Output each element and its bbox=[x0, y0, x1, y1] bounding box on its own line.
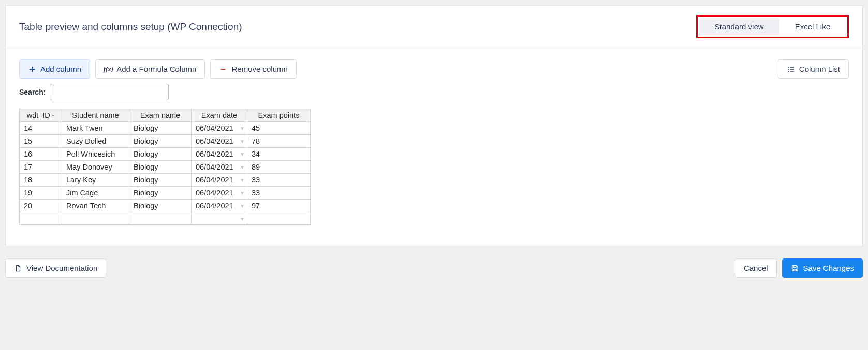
save-changes-label: Save Changes bbox=[803, 264, 854, 272]
cell-student[interactable]: May Donovey bbox=[62, 161, 129, 174]
cell-id[interactable]: 20 bbox=[20, 200, 62, 212]
view-toggle-group: Standard view Excel Like bbox=[696, 15, 849, 38]
save-changes-button[interactable]: Save Changes bbox=[782, 258, 863, 278]
column-list-label: Column List bbox=[799, 65, 840, 73]
toolbar: Add column f(x) Add a Formula Column Rem… bbox=[6, 48, 862, 84]
cell-exam[interactable]: Biology bbox=[129, 148, 192, 161]
preview-table: wdt_ID↑ Student name Exam name Exam date… bbox=[19, 109, 311, 225]
table-setup-panel: Table preview and columns setup (WP Conn… bbox=[5, 5, 863, 246]
cell-student[interactable]: Mark Twen bbox=[62, 122, 129, 135]
cell-date[interactable]: 06/04/2021▼ bbox=[192, 200, 247, 212]
table-row[interactable]: 20 Rovan Tech Biology 06/04/2021▼ 97 bbox=[20, 200, 311, 212]
cell-id[interactable]: 18 bbox=[20, 174, 62, 187]
table-wrap: wdt_ID↑ Student name Exam name Exam date… bbox=[6, 109, 862, 246]
dropdown-icon: ▼ bbox=[240, 151, 245, 157]
table-row[interactable]: 18 Lary Key Biology 06/04/2021▼ 33 bbox=[20, 174, 311, 187]
panel-title: Table preview and columns setup (WP Conn… bbox=[19, 21, 242, 33]
dropdown-icon: ▼ bbox=[240, 177, 245, 183]
cell-id[interactable]: 14 bbox=[20, 122, 62, 135]
cell-points[interactable]: 34 bbox=[247, 148, 311, 161]
cell-date[interactable]: 06/04/2021▼ bbox=[192, 161, 247, 174]
dropdown-icon: ▼ bbox=[240, 190, 245, 196]
panel-header: Table preview and columns setup (WP Conn… bbox=[6, 6, 862, 48]
sort-asc-icon: ↑ bbox=[52, 113, 55, 119]
search-label: Search: bbox=[19, 88, 46, 96]
cell-exam[interactable]: Biology bbox=[129, 161, 192, 174]
table-row[interactable]: 14 Mark Twen Biology 06/04/2021▼ 45 bbox=[20, 122, 311, 135]
dropdown-icon: ▼ bbox=[240, 216, 245, 221]
cell-exam[interactable]: Biology bbox=[129, 187, 192, 200]
excel-like-tab[interactable]: Excel Like bbox=[779, 18, 846, 35]
table-row[interactable]: 19 Jim Cage Biology 06/04/2021▼ 33 bbox=[20, 187, 311, 200]
cancel-button[interactable]: Cancel bbox=[735, 258, 777, 278]
cell-id[interactable]: 15 bbox=[20, 135, 62, 148]
view-documentation-label: View Documentation bbox=[26, 264, 97, 272]
add-column-button[interactable]: Add column bbox=[19, 59, 90, 79]
formula-icon: f(x) bbox=[104, 65, 112, 73]
cell-student[interactable]: Rovan Tech bbox=[62, 200, 129, 212]
cell-student[interactable]: Poll Whicesich bbox=[62, 148, 129, 161]
dropdown-icon: ▼ bbox=[240, 203, 245, 209]
remove-column-label: Remove column bbox=[231, 65, 287, 73]
column-header-wdt-id[interactable]: wdt_ID↑ bbox=[20, 109, 62, 122]
cell-points[interactable]: 78 bbox=[247, 135, 311, 148]
dropdown-icon: ▼ bbox=[240, 139, 245, 144]
view-documentation-button[interactable]: View Documentation bbox=[5, 258, 106, 278]
add-column-label: Add column bbox=[40, 65, 81, 73]
plus-icon bbox=[28, 65, 36, 73]
cell-exam[interactable]: Biology bbox=[129, 122, 192, 135]
standard-view-tab[interactable]: Standard view bbox=[699, 18, 779, 35]
cell-date[interactable]: 06/04/2021▼ bbox=[192, 148, 247, 161]
column-header-exam-date[interactable]: Exam date bbox=[192, 109, 247, 122]
column-list-button[interactable]: Column List bbox=[778, 59, 849, 79]
cell-student[interactable]: Lary Key bbox=[62, 174, 129, 187]
column-header-student-name[interactable]: Student name bbox=[62, 109, 129, 122]
minus-icon bbox=[219, 65, 227, 73]
column-header-exam-name[interactable]: Exam name bbox=[129, 109, 192, 122]
cell-exam[interactable]: Biology bbox=[129, 174, 192, 187]
cell-date[interactable]: 06/04/2021▼ bbox=[192, 135, 247, 148]
footer-bar: View Documentation Cancel Save Changes bbox=[0, 251, 868, 288]
cell-points[interactable]: 97 bbox=[247, 200, 311, 212]
column-header-exam-points[interactable]: Exam points bbox=[247, 109, 311, 122]
cell-points[interactable]: 89 bbox=[247, 161, 311, 174]
search-row: Search: bbox=[6, 84, 862, 109]
add-formula-column-button[interactable]: f(x) Add a Formula Column bbox=[95, 59, 205, 79]
table-row-empty[interactable]: ▼ bbox=[20, 212, 311, 225]
cell-date[interactable]: 06/04/2021▼ bbox=[192, 174, 247, 187]
table-header-row: wdt_ID↑ Student name Exam name Exam date… bbox=[20, 109, 311, 122]
cell-exam[interactable]: Biology bbox=[129, 135, 192, 148]
remove-column-button[interactable]: Remove column bbox=[210, 59, 296, 79]
cell-points[interactable]: 33 bbox=[247, 174, 311, 187]
cell-id[interactable]: 19 bbox=[20, 187, 62, 200]
cell-exam[interactable]: Biology bbox=[129, 200, 192, 212]
dropdown-icon: ▼ bbox=[240, 126, 245, 131]
cell-date[interactable]: 06/04/2021▼ bbox=[192, 187, 247, 200]
list-icon bbox=[787, 65, 795, 73]
cell-student[interactable]: Jim Cage bbox=[62, 187, 129, 200]
cell-points[interactable]: 45 bbox=[247, 122, 311, 135]
add-formula-label: Add a Formula Column bbox=[116, 65, 196, 73]
dropdown-icon: ▼ bbox=[240, 164, 245, 170]
cell-id[interactable]: 16 bbox=[20, 148, 62, 161]
cell-date[interactable]: 06/04/2021▼ bbox=[192, 122, 247, 135]
table-row[interactable]: 17 May Donovey Biology 06/04/2021▼ 89 bbox=[20, 161, 311, 174]
save-icon bbox=[791, 264, 799, 272]
cell-id[interactable]: 17 bbox=[20, 161, 62, 174]
table-row[interactable]: 16 Poll Whicesich Biology 06/04/2021▼ 34 bbox=[20, 148, 311, 161]
search-input[interactable] bbox=[50, 84, 169, 100]
document-icon bbox=[14, 264, 22, 272]
table-row[interactable]: 15 Suzy Dolled Biology 06/04/2021▼ 78 bbox=[20, 135, 311, 148]
cell-student[interactable]: Suzy Dolled bbox=[62, 135, 129, 148]
cell-points[interactable]: 33 bbox=[247, 187, 311, 200]
